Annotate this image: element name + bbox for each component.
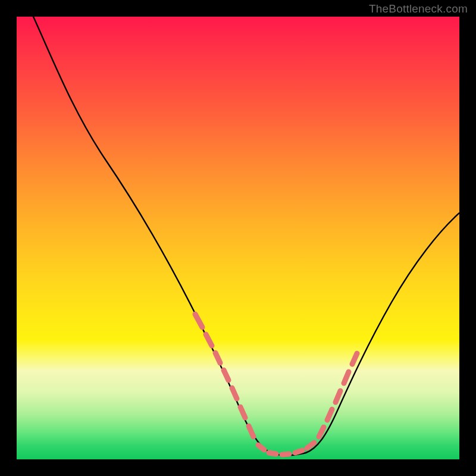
watermark-text: TheBottleneck.com <box>369 2 468 15</box>
highlight-dashes <box>195 314 357 455</box>
plot-area <box>17 17 459 459</box>
bottleneck-curve <box>33 17 459 455</box>
chart-frame: TheBottleneck.com <box>0 0 476 476</box>
curve-layer <box>17 17 459 459</box>
